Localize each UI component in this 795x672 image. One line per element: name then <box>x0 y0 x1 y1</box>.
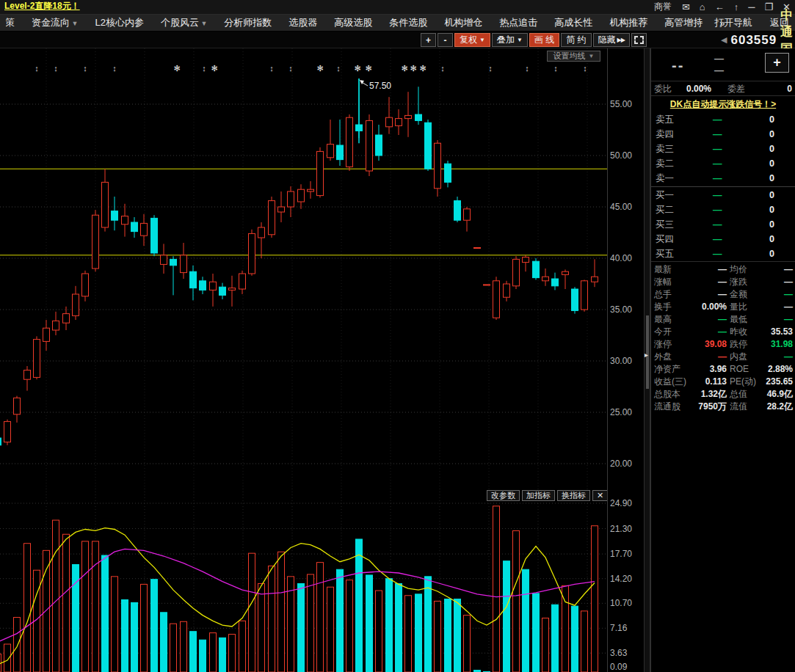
zoom-in-button[interactable]: + <box>421 33 436 47</box>
level-price: — <box>713 156 722 171</box>
menu-item-个股风云[interactable]: 个股风云 ▼ <box>161 16 207 29</box>
stat-value: — <box>784 288 793 301</box>
menu-item-资金流向[interactable]: 资金流向 ▼ <box>32 16 78 29</box>
fullscreen-button[interactable] <box>631 33 647 47</box>
ma-settings-label: 设置均线 <box>553 51 586 62</box>
menubar: 决策资金流向 ▼L2核心内参个股风云 ▼分析师指数选股器高级选股条件选股机构增仓… <box>0 15 795 32</box>
level-price: — <box>713 112 722 127</box>
svg-text:↕: ↕ <box>288 64 293 73</box>
menu-item-高级选股[interactable]: 高级选股 <box>334 16 372 29</box>
weicha-label: 委差 <box>727 81 745 96</box>
level-qty: 0 <box>769 142 774 156</box>
window-icons: ✉⌂←↑─❐✕ <box>682 1 791 12</box>
goodwill-menu-item[interactable]: 商誉 <box>654 1 672 13</box>
toolbar-button-叠加[interactable]: 叠加▼ <box>492 33 528 47</box>
prev-stock-icon[interactable]: ◀ <box>721 35 727 45</box>
toolbar-button-画线[interactable]: 画 线 <box>529 33 559 47</box>
add-to-watchlist-button[interactable]: + <box>765 53 789 73</box>
volume-tick: 21.30 <box>610 524 644 534</box>
level-label: 卖五 <box>656 112 674 127</box>
buy-level-row[interactable]: 买四—0 <box>651 232 795 246</box>
stat-row: 总手—金额— <box>651 288 795 301</box>
volume-tick: 7.16 <box>610 623 644 633</box>
buy-level-row[interactable]: 买二—0 <box>651 202 795 217</box>
svg-text:↕: ↕ <box>336 64 341 73</box>
menu-item-分析师指数[interactable]: 分析师指数 <box>224 16 272 29</box>
kline-chart[interactable]: ↕↕↕↕↕↕↕↕↕↕↕↕↕✻✻✻✻✻✻✻✻57.50 <box>0 48 650 489</box>
volume-tick: 10.70 <box>610 598 644 608</box>
buy-level-row[interactable]: 买一—0 <box>651 188 795 202</box>
menu-item-决策[interactable]: 决策 <box>6 16 15 29</box>
menu-item-高成长性[interactable]: 高成长性 <box>554 16 592 29</box>
svg-text:✻: ✻ <box>173 64 180 73</box>
stat-value: 31.98 <box>771 338 793 351</box>
level-label: 买一 <box>656 188 674 202</box>
toolbar-button-隐藏[interactable]: 隐藏▶▶ <box>593 33 630 47</box>
menu-item-热点追击[interactable]: 热点追击 <box>499 16 537 29</box>
level-price: — <box>713 188 722 202</box>
stat-row: 外盘—内盘— <box>651 351 795 363</box>
indicator-button-加指标[interactable]: 加指标 <box>522 490 555 501</box>
minimize-icon[interactable]: ─ <box>748 1 755 12</box>
stat-value: 3.96 <box>651 363 727 376</box>
svg-text:✻: ✻ <box>419 64 426 73</box>
level-price: — <box>713 202 722 217</box>
stat-row: 最新—均价— <box>651 263 795 276</box>
menu-item-条件选股[interactable]: 条件选股 <box>389 16 427 29</box>
price-tick: 25.00 <box>610 407 644 417</box>
menu-item-机构增仓[interactable]: 机构增仓 <box>444 16 482 29</box>
level-qty: 0 <box>769 232 774 246</box>
toolbar-button-简约[interactable]: 简 约 <box>561 33 591 47</box>
dk-signal-link[interactable]: DK点自动提示涨跌信号！> <box>651 96 795 112</box>
level-qty: 0 <box>769 202 774 217</box>
menu-item-选股器[interactable]: 选股器 <box>288 16 317 29</box>
sell-level-row[interactable]: 卖四—0 <box>651 127 795 142</box>
toolbar-button-复权[interactable]: 复权▼ <box>454 33 490 47</box>
splitter-arrow-icon[interactable]: ▸ <box>645 351 648 359</box>
volume-chart[interactable] <box>0 489 650 672</box>
svg-text:↕: ↕ <box>553 64 558 73</box>
mail-icon[interactable]: ✉ <box>682 1 690 12</box>
stat-value: 2.88% <box>768 363 793 376</box>
stat-value: — <box>651 263 727 276</box>
back-icon[interactable]: ← <box>715 1 725 12</box>
restore-icon[interactable]: ❐ <box>764 1 773 12</box>
indicator-button-改参数[interactable]: 改参数 <box>487 490 520 501</box>
sell-level-row[interactable]: 卖一—0 <box>651 171 795 186</box>
sell-level-row[interactable]: 卖三—0 <box>651 142 795 156</box>
stat-value: 0.00% <box>651 301 727 313</box>
menu-item-机构推荐[interactable]: 机构推荐 <box>609 16 647 29</box>
level-qty: 0 <box>769 112 774 127</box>
menu-item-打开导航[interactable]: 打开导航 <box>714 16 752 29</box>
promo-link[interactable]: Level-2直降18元！ <box>4 0 80 12</box>
menu-item-L2核心内参[interactable]: L2核心内参 <box>95 16 143 29</box>
indicator-button-换指标[interactable]: 换指标 <box>557 490 590 501</box>
titlebar: Level-2直降18元！ 商誉 ✉⌂←↑─❐✕ <box>0 0 795 15</box>
price-tick: 45.00 <box>610 202 644 212</box>
panel-splitter[interactable]: ▸ <box>644 48 650 672</box>
svg-text:↕: ↕ <box>202 64 206 73</box>
home-icon[interactable]: ⌂ <box>700 1 705 12</box>
buy-level-row[interactable]: 买三—0 <box>651 217 795 232</box>
level-qty: 0 <box>769 246 774 261</box>
sell-level-row[interactable]: 卖二—0 <box>651 156 795 171</box>
level-label: 买四 <box>656 232 674 246</box>
kline-chart-region[interactable]: ↕↕↕↕↕↕↕↕↕↕↕↕↕✻✻✻✻✻✻✻✻57.50 55.0050.0045.… <box>0 48 650 672</box>
level-price: — <box>713 232 722 246</box>
axis-divider <box>607 48 608 672</box>
sell-level-row[interactable]: 卖五—0 <box>651 112 795 127</box>
stat-value: 39.08 <box>651 338 727 351</box>
chevron-down-icon: ▼ <box>589 53 595 59</box>
ma-settings-button[interactable]: 设置均线 ▼ <box>547 51 600 62</box>
stat-row: 最高—最低— <box>651 313 795 326</box>
stat-value: 235.65 <box>766 376 793 388</box>
menu-item-高管增持[interactable]: 高管增持 <box>664 16 703 29</box>
close-indicator-button[interactable]: ✕ <box>592 490 608 501</box>
weibi-row: 委比 0.00% 委差 0 <box>651 81 795 96</box>
stock-code: 603559 <box>730 33 777 48</box>
stat-row: 换手0.00%量比— <box>651 301 795 313</box>
up-icon[interactable]: ↑ <box>734 1 739 12</box>
stat-label: 跌停 <box>730 338 747 351</box>
zoom-out-button[interactable]: - <box>438 33 453 47</box>
buy-level-row[interactable]: 买五—0 <box>651 246 795 261</box>
